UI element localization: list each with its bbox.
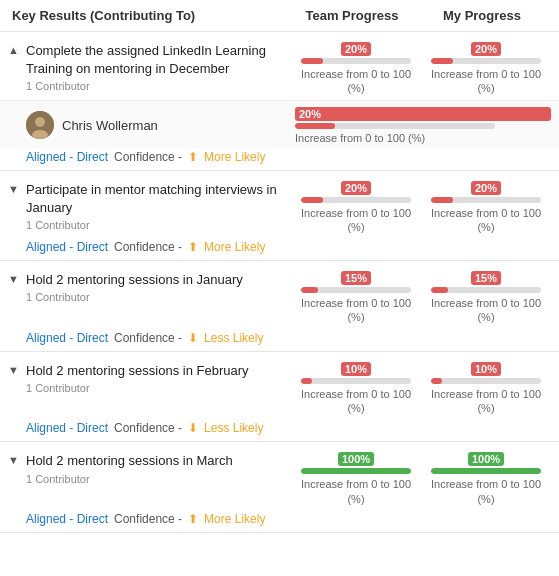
contributor-label: 1 Contributor xyxy=(26,382,283,394)
aligned-direct-link[interactable]: Aligned - Direct xyxy=(26,331,108,345)
meta-row: Aligned - DirectConfidence -⬆More Likely xyxy=(0,510,559,532)
team-progress-track xyxy=(301,287,411,293)
confidence-label: Confidence - xyxy=(114,421,182,435)
my-progress-pct: 15% xyxy=(471,271,501,285)
key-result-main-row: ▼Hold 2 mentoring sessions in January1 C… xyxy=(0,261,559,329)
team-progress-text: Increase from 0 to 100 (%) xyxy=(291,477,421,506)
expanded-person-name: Chris Wollerman xyxy=(62,118,291,133)
key-title-col: Hold 2 mentoring sessions in February1 C… xyxy=(26,362,291,394)
arrow-down-icon: ⬇ xyxy=(188,331,198,345)
key-results-list: ▲Complete the assigned LinkedIn Learning… xyxy=(0,32,559,533)
my-progress-col: 10%Increase from 0 to 100 (%) xyxy=(421,362,551,416)
arrow-up-icon: ⬆ xyxy=(188,240,198,254)
chevron-icon[interactable]: ▲ xyxy=(8,42,26,56)
confidence-label: Confidence - xyxy=(114,331,182,345)
confidence-result: More Likely xyxy=(204,512,265,526)
chevron-icon[interactable]: ▼ xyxy=(8,452,26,466)
key-result-main-row: ▼Participate in mentor matching intervie… xyxy=(0,171,559,239)
header-key-results: Key Results (Contributing To) xyxy=(12,8,287,23)
team-progress-text: Increase from 0 to 100 (%) xyxy=(291,296,421,325)
my-progress-text: Increase from 0 to 100 (%) xyxy=(421,477,551,506)
expanded-person-right: 20%Increase from 0 to 100 (%) xyxy=(291,107,551,144)
team-progress-text: Increase from 0 to 100 (%) xyxy=(291,387,421,416)
my-progress-fill xyxy=(431,197,453,203)
my-progress-track xyxy=(431,197,541,203)
key-result-block: ▼Hold 2 mentoring sessions in February1 … xyxy=(0,352,559,443)
key-title-col: Participate in mentor matching interview… xyxy=(26,181,291,231)
my-progress-text: Increase from 0 to 100 (%) xyxy=(421,296,551,325)
team-progress-pct: 20% xyxy=(341,42,371,56)
team-progress-track xyxy=(301,378,411,384)
contributor-label: 1 Contributor xyxy=(26,291,283,303)
team-progress-track xyxy=(301,197,411,203)
arrow-down-icon: ⬇ xyxy=(188,421,198,435)
confidence-result: More Likely xyxy=(204,150,265,164)
my-progress-col: 20%Increase from 0 to 100 (%) xyxy=(421,42,551,96)
arrow-up-icon: ⬆ xyxy=(188,150,198,164)
meta-row: Aligned - DirectConfidence -⬇Less Likely xyxy=(0,329,559,351)
expanded-person-row: Chris Wollerman20%Increase from 0 to 100… xyxy=(0,100,559,148)
key-title-col: Hold 2 mentoring sessions in January1 Co… xyxy=(26,271,291,303)
confidence-result: More Likely xyxy=(204,240,265,254)
expanded-person-fill xyxy=(295,123,335,129)
chevron-icon[interactable]: ▼ xyxy=(8,181,26,195)
key-result-title: Complete the assigned LinkedIn Learning … xyxy=(26,42,283,78)
aligned-direct-link[interactable]: Aligned - Direct xyxy=(26,150,108,164)
aligned-direct-link[interactable]: Aligned - Direct xyxy=(26,240,108,254)
key-result-block: ▼Participate in mentor matching intervie… xyxy=(0,171,559,262)
confidence-label: Confidence - xyxy=(114,240,182,254)
my-progress-col: 20%Increase from 0 to 100 (%) xyxy=(421,181,551,235)
meta-row: Aligned - DirectConfidence -⬆More Likely xyxy=(0,148,559,170)
key-result-main-row: ▲Complete the assigned LinkedIn Learning… xyxy=(0,32,559,100)
my-progress-track xyxy=(431,468,541,474)
my-progress-col: 100%Increase from 0 to 100 (%) xyxy=(421,452,551,506)
team-progress-col: 100%Increase from 0 to 100 (%) xyxy=(291,452,421,506)
expanded-person-left: Chris Wollerman xyxy=(26,111,291,139)
team-progress-fill xyxy=(301,287,318,293)
my-progress-pct: 100% xyxy=(468,452,504,466)
confidence-result: Less Likely xyxy=(204,421,263,435)
key-result-main-row: ▼Hold 2 mentoring sessions in March1 Con… xyxy=(0,442,559,510)
team-progress-track xyxy=(301,468,411,474)
arrow-up-icon: ⬆ xyxy=(188,512,198,526)
contributor-label: 1 Contributor xyxy=(26,80,283,92)
key-result-title: Participate in mentor matching interview… xyxy=(26,181,283,217)
key-result-block: ▼Hold 2 mentoring sessions in January1 C… xyxy=(0,261,559,352)
avatar xyxy=(26,111,54,139)
team-progress-track xyxy=(301,58,411,64)
team-progress-pct: 100% xyxy=(338,452,374,466)
team-progress-col: 20%Increase from 0 to 100 (%) xyxy=(291,42,421,96)
my-progress-fill xyxy=(431,287,448,293)
expanded-person-pct: 20% xyxy=(295,107,551,121)
chevron-icon[interactable]: ▼ xyxy=(8,271,26,285)
meta-row: Aligned - DirectConfidence -⬆More Likely xyxy=(0,238,559,260)
contributor-label: 1 Contributor xyxy=(26,473,283,485)
my-progress-track xyxy=(431,287,541,293)
key-result-block: ▲Complete the assigned LinkedIn Learning… xyxy=(0,32,559,171)
my-progress-fill xyxy=(431,58,453,64)
team-progress-pct: 20% xyxy=(341,181,371,195)
my-progress-pct: 20% xyxy=(471,181,501,195)
header-my-progress: My Progress xyxy=(417,8,547,23)
team-progress-col: 10%Increase from 0 to 100 (%) xyxy=(291,362,421,416)
key-result-block: ▼Hold 2 mentoring sessions in March1 Con… xyxy=(0,442,559,533)
team-progress-fill xyxy=(301,58,323,64)
team-progress-text: Increase from 0 to 100 (%) xyxy=(291,206,421,235)
chevron-icon[interactable]: ▼ xyxy=(8,362,26,376)
my-progress-text: Increase from 0 to 100 (%) xyxy=(421,387,551,416)
key-result-main-row: ▼Hold 2 mentoring sessions in February1 … xyxy=(0,352,559,420)
my-progress-col: 15%Increase from 0 to 100 (%) xyxy=(421,271,551,325)
aligned-direct-link[interactable]: Aligned - Direct xyxy=(26,512,108,526)
my-progress-pct: 10% xyxy=(471,362,501,376)
my-progress-text: Increase from 0 to 100 (%) xyxy=(421,206,551,235)
contributor-label: 1 Contributor xyxy=(26,219,283,231)
header-team-progress: Team Progress xyxy=(287,8,417,23)
team-progress-fill xyxy=(301,197,323,203)
team-progress-fill xyxy=(301,468,411,474)
confidence-label: Confidence - xyxy=(114,150,182,164)
team-progress-text: Increase from 0 to 100 (%) xyxy=(291,67,421,96)
aligned-direct-link[interactable]: Aligned - Direct xyxy=(26,421,108,435)
team-progress-col: 20%Increase from 0 to 100 (%) xyxy=(291,181,421,235)
my-progress-fill xyxy=(431,468,541,474)
my-progress-text: Increase from 0 to 100 (%) xyxy=(421,67,551,96)
